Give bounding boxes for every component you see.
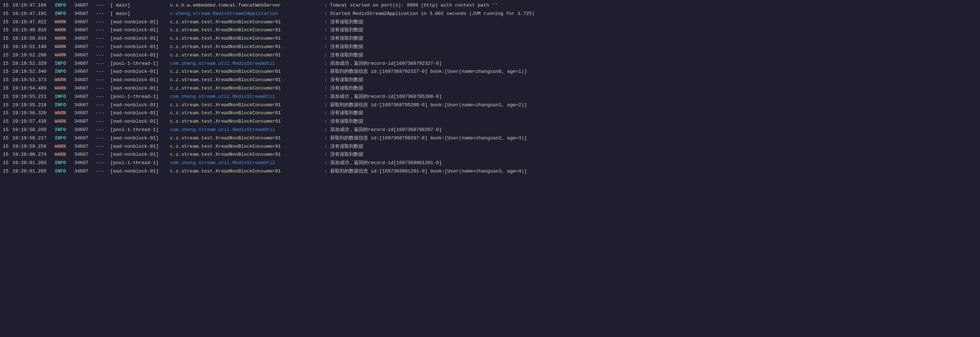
log-date: 15 — [3, 43, 11, 51]
log-thread: [ main] — [110, 2, 169, 10]
log-date: 15 — [3, 168, 11, 175]
log-row: 15 19:19:55.218 INFO 34607 --- [ead-nonb… — [0, 101, 980, 110]
log-dashes: --- — [96, 43, 109, 51]
log-time: 19:19:58.209 — [13, 126, 52, 134]
log-thread: [ead-nonblock-01] — [110, 27, 169, 34]
log-pid: 34607 — [74, 102, 94, 109]
log-dashes: --- — [96, 76, 109, 84]
log-date: 15 — [3, 126, 11, 134]
log-time: 19:19:55.218 — [13, 102, 52, 109]
log-pid: 34607 — [74, 159, 94, 167]
log-date: 15 — [3, 52, 11, 59]
log-row: 15 19:20:00.274 WARN 34607 --- [ead-nonb… — [0, 151, 980, 159]
log-level: WARN — [55, 35, 73, 43]
log-thread: [ead-nonblock-01] — [110, 110, 169, 117]
log-thread: [ead-nonblock-01] — [110, 143, 169, 151]
log-time: 19:19:47.191 — [13, 10, 52, 18]
log-class: com.zheng.stream.util.RedisStreamUtil — [170, 93, 323, 101]
log-thread: [pool-1-thread-1] — [110, 159, 169, 167]
log-message: : 没有读取到数据 — [325, 35, 977, 43]
log-message: : 没有读取到数据 — [325, 76, 977, 84]
log-message: : 获取到的数据信息 id:[1697368795208-0] book:[Us… — [325, 102, 977, 109]
log-thread: [pool-1-thread-1] — [110, 93, 169, 101]
log-date: 15 — [3, 102, 11, 109]
log-message: : 添加成功，返回的record-id[1697368801201-0] — [325, 159, 977, 167]
log-pid: 34607 — [74, 27, 94, 34]
log-class: com.zheng.stream.util.RedisStreamUtil — [170, 60, 323, 68]
log-dashes: --- — [96, 93, 109, 101]
log-time: 19:19:53.373 — [13, 76, 52, 84]
log-class: o.s.b.w.embedded.tomcat.TomcatWebServer — [170, 2, 323, 10]
log-message: : 没有读取到数据 — [325, 85, 977, 92]
log-time: 19:19:48.916 — [13, 27, 52, 34]
log-dashes: --- — [96, 126, 109, 134]
log-class: c.z.stream.test.XreadNonBlockConsumer01 — [170, 151, 323, 159]
log-dashes: --- — [96, 159, 109, 167]
log-level: INFO — [55, 102, 73, 109]
log-thread: [ead-nonblock-01] — [110, 35, 169, 43]
log-message: : Tomcat started on port(s): 9999 (http)… — [325, 2, 977, 10]
log-class: c.z.stream.test.XreadNonBlockConsumer01 — [170, 52, 323, 59]
log-dashes: --- — [96, 85, 109, 92]
log-time: 19:20:01.205 — [13, 168, 52, 175]
log-thread: [ead-nonblock-01] — [110, 76, 169, 84]
log-message: : 没有读取到数据 — [325, 151, 977, 159]
log-row: 15 19:19:54.489 WARN 34607 --- [ead-nonb… — [0, 84, 980, 93]
log-time: 19:19:55.211 — [13, 93, 52, 101]
log-class: c.zheng.stream.RedisStream2Application — [170, 10, 323, 18]
log-thread: [ead-nonblock-01] — [110, 151, 169, 159]
log-row: 15 19:19:52.329 INFO 34607 --- [pool-1-t… — [0, 60, 980, 68]
log-dashes: --- — [96, 27, 109, 34]
log-thread: [ead-nonblock-01] — [110, 102, 169, 109]
log-time: 19:20:00.274 — [13, 151, 52, 159]
log-message: : 没有读取到数据 — [325, 143, 977, 151]
log-date: 15 — [3, 35, 11, 43]
log-message: : 添加成功，返回的record-id[1697368798207-0] — [325, 126, 977, 134]
log-pid: 34607 — [74, 10, 94, 18]
log-time: 19:19:52.329 — [13, 60, 52, 68]
log-date: 15 — [3, 19, 11, 26]
log-time: 19:19:47.166 — [13, 2, 52, 10]
log-row: 15 19:19:58.209 INFO 34607 --- [pool-1-t… — [0, 126, 980, 134]
log-dashes: --- — [96, 168, 109, 175]
log-level: INFO — [55, 126, 73, 134]
log-thread: [ead-nonblock-01] — [110, 43, 169, 51]
log-message: : 没有读取到数据 — [325, 19, 977, 26]
log-pid: 34607 — [74, 19, 94, 26]
log-dashes: --- — [96, 110, 109, 117]
log-level: WARN — [55, 151, 73, 159]
log-pid: 34607 — [74, 118, 94, 126]
log-class: c.z.stream.test.XreadNonBlockConsumer01 — [170, 143, 323, 151]
log-message: : 获取到的数据信息 id:[1697368801201-0] book:[Us… — [325, 168, 977, 175]
log-row: 15 19:19:59.256 WARN 34607 --- [ead-nonb… — [0, 143, 980, 151]
log-time: 19:19:57.438 — [13, 118, 52, 126]
log-thread: [ead-nonblock-01] — [110, 19, 169, 26]
log-pid: 34607 — [74, 110, 94, 117]
log-pid: 34607 — [74, 93, 94, 101]
log-class: c.z.stream.test.XreadNonBlockConsumer01 — [170, 85, 323, 92]
log-message: : 没有读取到数据 — [325, 52, 977, 59]
log-date: 15 — [3, 68, 11, 76]
log-pid: 34607 — [74, 76, 94, 84]
log-dashes: --- — [96, 35, 109, 43]
log-thread: [ main] — [110, 10, 169, 18]
log-level: INFO — [55, 168, 73, 175]
log-row: 15 19:19:47.166 INFO 34607 --- [ main] o… — [0, 2, 980, 10]
log-class: c.z.stream.test.XreadNonBlockConsumer01 — [170, 76, 323, 84]
log-class: com.zheng.stream.util.RedisStreamUtil — [170, 126, 323, 134]
log-row: 15 19:19:53.373 WARN 34607 --- [ead-nonb… — [0, 76, 980, 84]
log-dashes: --- — [96, 143, 109, 151]
log-thread: [pool-1-thread-1] — [110, 126, 169, 134]
log-pid: 34607 — [74, 68, 94, 76]
log-level: WARN — [55, 76, 73, 84]
log-thread: [ead-nonblock-01] — [110, 52, 169, 59]
log-time: 19:19:56.320 — [13, 110, 52, 117]
log-time: 19:19:52.260 — [13, 52, 52, 59]
log-row: 15 19:19:57.438 WARN 34607 --- [ead-nonb… — [0, 118, 980, 126]
log-row: 15 19:19:52.260 WARN 34607 --- [ead-nonb… — [0, 51, 980, 60]
log-class: c.z.stream.test.XreadNonBlockConsumer01 — [170, 68, 323, 76]
log-row: 15 19:19:55.211 INFO 34607 --- [pool-1-t… — [0, 93, 980, 101]
log-row: 15 19:20:01.203 INFO 34607 --- [pool-1-t… — [0, 159, 980, 167]
log-pid: 34607 — [74, 35, 94, 43]
log-date: 15 — [3, 118, 11, 126]
